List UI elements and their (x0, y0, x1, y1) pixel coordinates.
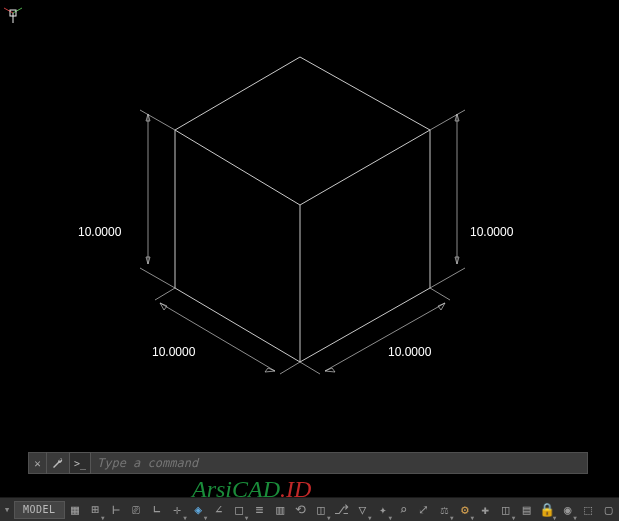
annotation-scale-icon[interactable]: ⚖▼ (434, 498, 455, 522)
object-snap-3d-icon[interactable]: ◫▼ (311, 498, 332, 522)
isometric-cube-drawing: 10.0000 10.0000 10.0000 10.0000 (0, 0, 619, 452)
status-dropdown-icon[interactable]: ▾ (0, 498, 14, 522)
dim-height-left: 10.0000 (78, 225, 122, 239)
object-snap-tracking-icon[interactable]: ∠ (208, 498, 229, 522)
graphics-performance-icon[interactable]: ⬚ (578, 498, 599, 522)
annotation-monitor-icon[interactable]: ✚ (475, 498, 496, 522)
lock-ui-icon[interactable]: 🔒▼ (537, 498, 558, 522)
clean-screen-icon[interactable]: ▢ (598, 498, 619, 522)
command-input[interactable] (97, 456, 587, 470)
workspace-switching-icon[interactable]: ⚙▼ (455, 498, 476, 522)
isolate-objects-icon[interactable]: ◉▼ (557, 498, 578, 522)
dim-height-right: 10.0000 (470, 225, 514, 239)
drawing-viewport[interactable]: 10.0000 10.0000 10.0000 10.0000 (0, 0, 619, 442)
close-icon[interactable]: ✕ (29, 452, 47, 474)
dim-front-right: 10.0000 (388, 345, 432, 359)
polar-tracking-icon[interactable]: ✛▼ (167, 498, 188, 522)
object-snap-2d-icon[interactable]: □▼ (229, 498, 250, 522)
dynamic-ucs-icon[interactable]: ⎇ (332, 498, 353, 522)
command-prompt-icon: >_ (69, 452, 91, 474)
command-bar: ✕ >_ (28, 452, 588, 474)
annotation-visibility-icon[interactable]: ⌕ (393, 498, 414, 522)
selection-cycling-icon[interactable]: ⟲ (290, 498, 311, 522)
dim-front-left: 10.0000 (152, 345, 196, 359)
isometric-drafting-icon[interactable]: ◈▼ (188, 498, 209, 522)
ortho-mode-icon[interactable]: ∟ (147, 498, 168, 522)
snap-mode-icon[interactable]: ⊞▼ (85, 498, 106, 522)
dynamic-input-icon[interactable]: ⎚ (126, 498, 147, 522)
gizmo-icon[interactable]: ✦▼ (373, 498, 394, 522)
status-bar: ▾ MODEL ▦⊞▼⊢⎚∟✛▼◈▼∠□▼≡▥⟲◫▼⎇▽▼✦▼⌕⤢⚖▼⚙▼✚◫▼… (0, 497, 619, 521)
transparency-icon[interactable]: ▥ (270, 498, 291, 522)
units-icon[interactable]: ◫▼ (496, 498, 517, 522)
customize-icon[interactable] (47, 452, 69, 474)
drafting-grid-icon[interactable]: ▦ (65, 498, 86, 522)
quick-properties-icon[interactable]: ▤ (516, 498, 537, 522)
model-space-button[interactable]: MODEL (14, 501, 65, 519)
selection-filter-icon[interactable]: ▽▼ (352, 498, 373, 522)
lineweight-icon[interactable]: ≡ (249, 498, 270, 522)
infer-constraints-icon[interactable]: ⊢ (106, 498, 127, 522)
autoscale-icon[interactable]: ⤢ (414, 498, 435, 522)
ucs-crosshair-icon (0, 0, 26, 26)
